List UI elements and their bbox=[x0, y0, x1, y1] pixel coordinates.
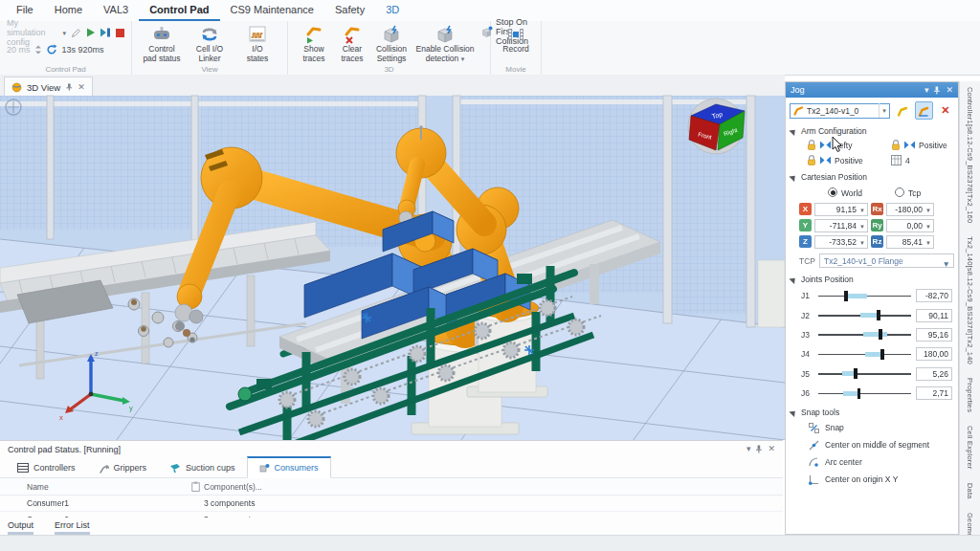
snap-tool-arc-center[interactable]: Arc center bbox=[786, 453, 958, 471]
step-simulation-button[interactable] bbox=[100, 28, 111, 37]
app-window: File Home VAL3 Control Pad CS9 Maintenan… bbox=[0, 0, 980, 551]
side-tab-tx2-140[interactable]: Tx2_140[s8.12-Cs9_BS2378]Tx2_140 bbox=[966, 236, 974, 364]
window-menu-icon[interactable]: ▾ bbox=[746, 445, 751, 453]
edit-pencil-icon[interactable] bbox=[71, 28, 81, 38]
lock-icon bbox=[891, 140, 901, 150]
x-value-field[interactable]: 91,15▼ bbox=[814, 203, 868, 216]
jog-robot-button[interactable] bbox=[894, 101, 911, 120]
side-tab-data[interactable]: Data bbox=[966, 483, 974, 499]
side-tab-cell-explorer[interactable]: Cell Explorer bbox=[966, 426, 974, 470]
ribbon-group-3d: Show traces Clear traces Collision Setti… bbox=[288, 21, 491, 75]
ribbon-tab-bar: File Home VAL3 Control Pad CS9 Maintenan… bbox=[0, 0, 980, 21]
rx-value-field[interactable]: -180,00▼ bbox=[886, 203, 934, 216]
joint-slider-j1[interactable] bbox=[818, 290, 911, 302]
joint-value-j4[interactable]: 180,00 bbox=[916, 347, 952, 361]
tab-output[interactable]: Output bbox=[8, 520, 33, 532]
section-joints-position[interactable]: Joints Position bbox=[786, 270, 958, 286]
menu-tab-control-pad[interactable]: Control Pad bbox=[139, 1, 219, 21]
joint-value-j2[interactable]: 90,11 bbox=[916, 309, 952, 322]
joint-slider-j5[interactable] bbox=[818, 367, 911, 380]
dropdown-caret-icon: ▾ bbox=[879, 103, 889, 118]
tab-grippers[interactable]: Grippers bbox=[87, 458, 159, 477]
group-label-3d: 3D bbox=[288, 65, 490, 74]
output-tab-strip: Output Error List bbox=[0, 518, 783, 535]
mouse-cursor bbox=[832, 137, 843, 153]
rz-value-field[interactable]: 85,41▼ bbox=[886, 235, 934, 249]
section-cartesian-position[interactable]: Cartesian Position bbox=[786, 167, 958, 184]
axis-chip-z: Z bbox=[799, 235, 812, 248]
joint-value-j6[interactable]: 2,71 bbox=[916, 386, 952, 400]
collision-box-icon bbox=[382, 25, 401, 44]
ry-value-field[interactable]: 0,00▼ bbox=[886, 219, 934, 232]
joint-slider-j6[interactable] bbox=[818, 387, 911, 400]
dropdown-caret-icon: ▼ bbox=[859, 224, 865, 230]
arm-config-lefty[interactable]: Lefty bbox=[807, 140, 891, 150]
control-pad-status-button[interactable]: Control pad status bbox=[139, 24, 185, 64]
stop-simulation-button[interactable] bbox=[116, 29, 124, 37]
snap-tool-origin-xy[interactable]: Center on origin X Y bbox=[786, 471, 958, 488]
tcp-radio[interactable]: Tcp bbox=[895, 187, 921, 198]
tcp-selector[interactable]: Tx2_140-v1_0 Flange▼ bbox=[819, 253, 954, 268]
pan-tool-icon[interactable] bbox=[6, 99, 21, 115]
time-step-spinner[interactable] bbox=[35, 45, 41, 55]
section-arm-configuration[interactable]: Arm Configuration bbox=[786, 121, 958, 138]
clear-traces-button[interactable]: Clear traces bbox=[335, 24, 369, 64]
simulation-config-select[interactable]: My simulation config bbox=[7, 18, 57, 47]
menu-tab-safety[interactable]: Safety bbox=[324, 1, 375, 21]
side-tab-properties[interactable]: Properties bbox=[966, 378, 974, 412]
io-states-button[interactable]: I/O states bbox=[234, 24, 280, 64]
close-icon[interactable]: ✕ bbox=[946, 86, 953, 95]
cell-io-linker-button[interactable]: Cell I/O Linker bbox=[187, 24, 233, 64]
arm-config-wrist[interactable]: Positive bbox=[807, 155, 891, 165]
close-icon[interactable]: ✕ bbox=[78, 82, 85, 92]
time-step-field[interactable]: 20 ms bbox=[7, 45, 31, 55]
collapse-arrow-icon bbox=[789, 275, 797, 283]
show-traces-button[interactable]: Show traces bbox=[295, 24, 333, 64]
menu-tab-3d[interactable]: 3D bbox=[375, 1, 410, 21]
world-radio[interactable]: World bbox=[828, 187, 862, 198]
pin-icon[interactable] bbox=[65, 83, 73, 91]
jog-stop-button[interactable]: ✕ bbox=[937, 101, 954, 120]
tab-consumers[interactable]: Consumers bbox=[247, 456, 331, 478]
swap-icon bbox=[820, 141, 831, 149]
joint-slider-j2[interactable] bbox=[818, 309, 911, 321]
pin-icon[interactable] bbox=[933, 86, 941, 95]
y-value-field[interactable]: -711,84▼ bbox=[814, 219, 868, 232]
arc-center-icon bbox=[809, 457, 819, 468]
tcp-label: TCP bbox=[799, 256, 815, 266]
jog-active-tool-button[interactable] bbox=[915, 101, 932, 120]
window-menu-icon[interactable]: ▾ bbox=[924, 86, 929, 95]
joint-slider-j4[interactable] bbox=[818, 348, 911, 361]
tab-3d-view[interactable]: 3D View ✕ bbox=[4, 77, 93, 97]
enable-collision-detection-button[interactable]: Enable Collision detection ▾ bbox=[413, 24, 477, 64]
pin-icon[interactable] bbox=[755, 445, 763, 453]
tab-controllers[interactable]: Controllers bbox=[6, 458, 87, 477]
z-value-field[interactable]: -733,52▼ bbox=[814, 235, 868, 249]
side-tab-controller1[interactable]: Controller1[s8.12-Cs9_BS2378]Tx2_160 bbox=[966, 87, 974, 223]
section-snap-tools[interactable]: Snap tools bbox=[786, 403, 958, 419]
record-button[interactable]: Record bbox=[498, 24, 534, 55]
snap-tool-middle-segment[interactable]: Center on middle of segment bbox=[786, 436, 958, 453]
menu-tab-cs9-maintenance[interactable]: CS9 Maintenance bbox=[220, 1, 324, 21]
table-row[interactable]: Consumer1 3 components bbox=[0, 496, 783, 512]
3d-viewport[interactable]: Top Front Right z x y bbox=[0, 96, 785, 440]
tab-suction-cups[interactable]: Suction cups bbox=[158, 458, 247, 477]
snap-tool-snap[interactable]: Snap bbox=[786, 419, 958, 436]
menu-tab-val3[interactable]: VAL3 bbox=[93, 1, 139, 21]
group-label-view: View bbox=[132, 65, 287, 74]
play-simulation-button[interactable] bbox=[86, 28, 96, 37]
joint-slider-j3[interactable] bbox=[818, 328, 911, 341]
tab-error-list[interactable]: Error List bbox=[55, 520, 90, 532]
svg-text:z: z bbox=[95, 349, 99, 358]
status-bar bbox=[0, 535, 980, 551]
robot-icon bbox=[793, 105, 804, 116]
suction-cup-icon bbox=[169, 463, 181, 474]
collision-settings-button[interactable]: Collision Settings bbox=[371, 24, 412, 64]
joint-value-j5[interactable]: 5,26 bbox=[916, 367, 952, 381]
joint-value-j3[interactable]: 95,16 bbox=[916, 328, 952, 342]
close-icon[interactable]: ✕ bbox=[768, 445, 775, 453]
reset-time-icon[interactable] bbox=[46, 44, 57, 55]
joint-value-j1[interactable]: -82,70 bbox=[916, 289, 952, 302]
red-x-icon: ✕ bbox=[941, 105, 949, 116]
robot-selector[interactable]: Tx2_140-v1_0 ▾ bbox=[790, 103, 890, 119]
